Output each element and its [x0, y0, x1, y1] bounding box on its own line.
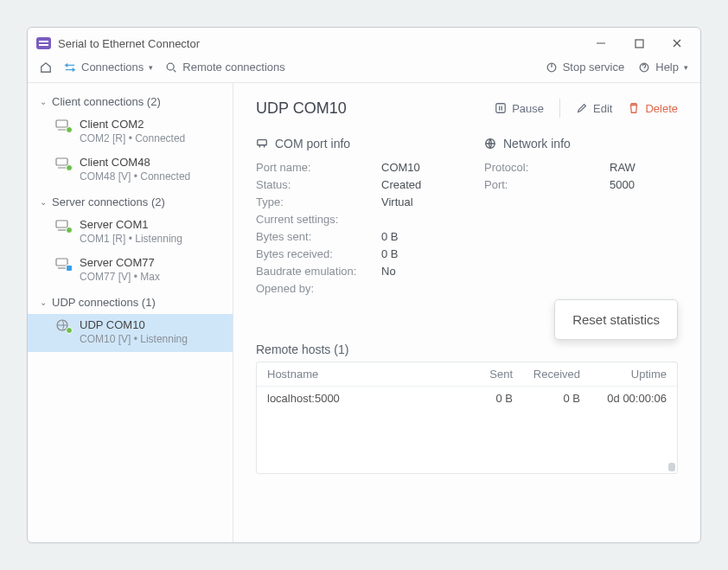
col-received[interactable]: Received	[513, 368, 580, 381]
sidebar-item-client-com2[interactable]: Client COM2COM2 [R] • Connected	[28, 113, 233, 151]
minimize-button[interactable]	[586, 35, 616, 52]
net-info-heading: Network info	[484, 137, 678, 151]
info-row: Status:Created	[256, 178, 450, 191]
stop-label: Stop service	[563, 61, 625, 74]
remote-connections-button[interactable]: Remote connections	[165, 61, 285, 74]
info-value: No	[381, 265, 396, 278]
connections-menu[interactable]: Connections ▾	[64, 61, 153, 74]
delete-button[interactable]: Delete	[628, 102, 678, 115]
connections-icon	[64, 61, 76, 74]
sidebar-item-server-com1[interactable]: Server COM1COM1 [R] • Listenning	[28, 214, 233, 252]
globe-icon	[484, 138, 496, 150]
toolbar: Connections ▾ Remote connections Stop se…	[28, 57, 700, 83]
window-title: Serial to Ethernet Connector	[58, 37, 200, 50]
info-row: Protocol:RAW	[484, 161, 678, 174]
svg-rect-9	[56, 120, 67, 127]
sidebar-group-header[interactable]: ⌄Server connections (2)	[28, 190, 233, 214]
sidebar-item-client-com48[interactable]: Client COM48COM48 [V] • Connected	[28, 151, 233, 189]
sidebar-item-server-com77[interactable]: Server COM77COM77 [V] • Max	[28, 252, 233, 290]
info-key: Bytes sent:	[256, 230, 381, 243]
status-dot	[66, 227, 73, 234]
app-icon	[36, 37, 51, 49]
device-icon	[55, 318, 71, 332]
connections-label: Connections	[81, 61, 144, 74]
sidebar: ⌄Client connections (2)Client COM2COM2 […	[28, 83, 233, 542]
svg-point-4	[167, 63, 174, 70]
info-key: Status:	[256, 178, 381, 191]
connection-name: UDP COM10	[80, 318, 188, 333]
connection-status: COM77 [V] • Max	[80, 271, 160, 285]
main-panel: UDP COM10 Pause Edit Delete	[233, 83, 700, 542]
home-button[interactable]	[40, 61, 52, 74]
connection-name: Server COM77	[80, 256, 160, 271]
info-row: Bytes received:0 B	[256, 247, 450, 260]
help-menu[interactable]: Help ▾	[638, 61, 688, 74]
info-key: Opened by:	[256, 282, 381, 295]
divider	[559, 99, 560, 118]
svg-line-5	[174, 69, 176, 72]
connection-status: COM2 [R] • Connected	[80, 132, 185, 146]
remote-label: Remote connections	[182, 61, 285, 74]
info-row: Opened by:	[256, 282, 450, 295]
app-window: Serial to Ethernet Connector Connections…	[27, 27, 701, 543]
status-dot	[66, 265, 73, 272]
pause-icon	[495, 102, 507, 114]
info-value: Virtual	[381, 195, 413, 208]
chevron-down-icon: ⌄	[40, 298, 47, 307]
group-label: Server connections (2)	[52, 195, 165, 208]
remote-hosts-heading: Remote hosts (1)	[256, 343, 678, 356]
titlebar: Serial to Ethernet Connector	[28, 28, 700, 57]
search-icon	[165, 61, 177, 74]
info-row: Port name:COM10	[256, 161, 450, 174]
pause-button[interactable]: Pause	[495, 102, 544, 115]
svg-rect-21	[258, 140, 267, 145]
network-info: Network info Protocol:RAWPort:5000	[484, 137, 678, 299]
connection-name: Client COM48	[80, 156, 190, 170]
com-info-heading: COM port info	[256, 137, 450, 151]
col-uptime[interactable]: Uptime	[580, 368, 667, 381]
table-header: Hostname Sent Received Uptime	[257, 362, 677, 387]
status-dot	[66, 126, 73, 133]
chevron-down-icon: ▾	[149, 63, 153, 72]
info-key: Current settings:	[256, 213, 381, 226]
info-value: Created	[381, 178, 421, 191]
info-value: COM10	[381, 161, 420, 174]
info-row: Bytes sent:0 B	[256, 230, 450, 243]
sidebar-item-udp-com10[interactable]: UDP COM10COM10 [V] • Listenning	[28, 314, 233, 352]
connection-status: COM48 [V] • Connected	[80, 170, 190, 184]
col-sent[interactable]: Sent	[445, 368, 513, 381]
svg-rect-18	[496, 104, 506, 113]
device-icon	[55, 218, 71, 232]
group-label: Client connections (2)	[52, 95, 161, 108]
info-key: Port name:	[256, 161, 381, 174]
maximize-button[interactable]	[624, 35, 654, 52]
svg-rect-1	[635, 40, 643, 48]
connection-status: COM1 [R] • Listenning	[80, 233, 182, 247]
info-key: Bytes received:	[256, 247, 381, 260]
cell-uptime: 0d 00:00:06	[580, 392, 667, 405]
chevron-down-icon: ⌄	[40, 97, 47, 106]
chevron-down-icon: ▾	[684, 63, 688, 72]
scrollbar-thumb[interactable]	[668, 463, 675, 471]
edit-button[interactable]: Edit	[576, 102, 612, 115]
info-row: Type:Virtual	[256, 195, 450, 208]
remote-hosts-table: Hostname Sent Received Uptime localhost:…	[256, 362, 678, 474]
cell-received: 0 B	[513, 392, 580, 405]
stop-service-button[interactable]: Stop service	[546, 61, 625, 74]
table-row[interactable]: localhost:50000 B0 B0d 00:00:06	[257, 387, 677, 410]
col-hostname[interactable]: Hostname	[267, 368, 445, 381]
pencil-icon	[576, 102, 588, 114]
connection-status: COM10 [V] • Listenning	[80, 333, 188, 347]
info-key: Port:	[484, 178, 610, 191]
close-button[interactable]	[662, 35, 692, 52]
reset-statistics-menu-item[interactable]: Reset statistics	[554, 299, 678, 340]
sidebar-group-header[interactable]: ⌄Client connections (2)	[28, 90, 233, 113]
sidebar-group-header[interactable]: ⌄UDP connections (1)	[28, 291, 233, 314]
chevron-down-icon: ⌄	[40, 197, 47, 207]
cell-sent: 0 B	[445, 392, 513, 405]
svg-rect-13	[56, 221, 67, 227]
home-icon	[40, 61, 52, 74]
svg-rect-11	[56, 158, 67, 165]
status-dot	[66, 327, 73, 334]
cell-hostname: localhost:5000	[267, 392, 445, 405]
